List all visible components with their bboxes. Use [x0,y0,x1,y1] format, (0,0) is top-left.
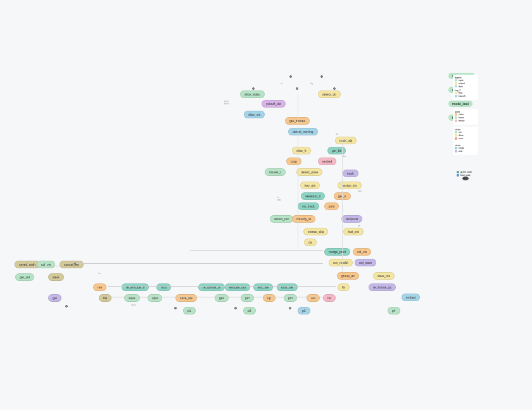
node[interactable]: re_format_ts [198,283,225,291]
node[interactable]: gen [215,294,229,302]
node[interactable]: feat_ext [343,228,364,235]
node[interactable]: extract_clip [303,228,328,235]
node[interactable]: action_rec [270,215,293,223]
node[interactable]: group_ac [337,272,359,280]
node[interactable]: out_save [355,259,376,266]
node[interactable]: col_vis [37,261,55,268]
node[interactable]: mux_file [277,283,298,291]
node[interactable]: save_res [373,272,395,280]
node[interactable]: save_file [175,294,197,302]
node[interactable]: pth [241,294,254,302]
key-box: states run done error [453,127,478,142]
node[interactable]: slice_fr [292,147,311,154]
node[interactable]: out [307,294,320,302]
node[interactable]: fin [338,283,350,291]
node[interactable]: concat_vid [60,261,84,268]
node[interactable]: p2 [243,307,256,314]
node[interactable]: upld [148,294,162,302]
node[interactable]: get_vid [15,273,34,281]
node[interactable]: detect_moving [288,128,318,135]
node[interactable]: saved_path [15,261,40,268]
node[interactable]: up [263,294,276,302]
port-dot [320,75,323,78]
node[interactable]: track [343,170,358,177]
node[interactable]: ren [93,283,106,291]
node[interactable]: slice_video [240,90,265,98]
key-box: types video frame tensor [453,109,478,125]
node[interactable]: detect_pose [296,168,322,176]
ellipse-icon [462,177,469,180]
key-box: key_2 flow branch [453,87,478,100]
node[interactable]: vis_track [298,202,319,210]
node[interactable]: track_obj [335,137,357,144]
port-dot [252,87,255,90]
node[interactable]: skeleton_tr [301,192,325,200]
node[interactable]: re_format_pc [369,283,396,291]
node[interactable]: yolov8_det [262,100,286,108]
node[interactable]: assign_ids [338,182,362,189]
node[interactable]: re_encode_fr [122,283,149,291]
color-key: green node blue node [457,171,472,177]
port-dot [234,307,237,309]
diagram-canvas[interactable]: slice_video yolov8_det slice_vid detect_… [0,0,532,410]
node[interactable]: ret [323,294,336,302]
node[interactable]: crop [286,158,301,165]
node[interactable]: run_model [329,259,353,266]
node[interactable]: pth [284,294,297,302]
node[interactable]: joint [324,202,339,210]
node[interactable]: classify_st [292,215,315,223]
port-dot [174,307,177,309]
node[interactable]: cluster_t [265,168,286,176]
node[interactable]: save [48,273,64,281]
node[interactable]: get [48,294,61,302]
key-box: status ready wait [453,142,478,155]
node[interactable]: encode_out [225,283,250,291]
port-dot [296,87,298,90]
node[interactable]: save [124,294,140,302]
node[interactable]: temporal [341,215,362,223]
node[interactable]: get_bb [327,147,346,154]
port-dot [289,307,291,309]
node[interactable]: vid_cls [353,248,371,256]
port-dot [65,305,68,308]
node[interactable]: key_pts [300,182,320,189]
node[interactable]: p4 [388,307,400,314]
node[interactable]: enc_file [253,283,273,291]
node[interactable]: merge_pred [324,248,350,256]
node[interactable]: file [99,294,111,302]
node[interactable]: embed [318,158,336,165]
node[interactable]: mux [156,283,171,291]
node[interactable]: p1 [183,307,196,314]
node[interactable]: embed [402,294,420,301]
node[interactable]: slice_vid [244,111,265,118]
node[interactable]: p3 [298,307,310,314]
node[interactable]: cls [304,239,317,246]
port-dot [333,87,336,90]
node[interactable]: detect_ob [318,90,341,98]
port-dot [289,75,292,78]
